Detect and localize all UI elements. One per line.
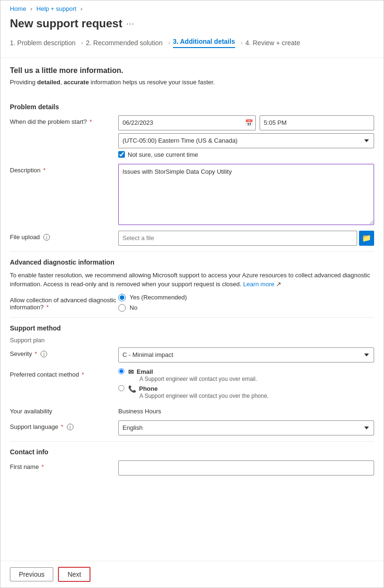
required-star-lang: *	[61, 423, 63, 430]
not-sure-label: Not sure, use current time	[128, 151, 198, 158]
support-method-heading: Support method	[10, 324, 374, 332]
radio-yes-row: Yes (Recommended)	[118, 294, 374, 301]
radio-no-label: No	[130, 304, 138, 311]
file-upload-row: File upload i 📁	[10, 231, 374, 246]
availability-row: Your availability Business Hours	[10, 405, 374, 415]
severity-group: C - Minimal impact	[118, 347, 374, 362]
contact-method-radio-group: ✉ Email A Support engineer will contact …	[118, 368, 374, 399]
date-field: 📅	[118, 115, 256, 130]
contact-phone-row: 📞 Phone A Support engineer will contact …	[118, 385, 374, 399]
severity-select[interactable]: C - Minimal impact	[118, 347, 374, 362]
folder-icon: 📁	[362, 234, 371, 242]
allow-collection-row: Allow collection of advanced diagnostic …	[10, 294, 374, 312]
first-name-row: First name *	[10, 460, 374, 475]
timezone-select[interactable]: (UTC-05:00) Eastern Time (US & Canada)	[118, 133, 374, 148]
phone-description: A Support engineer will contact you over…	[139, 393, 269, 399]
phone-label: Phone	[139, 385, 158, 392]
date-time-group: 📅 (UTC-05:00) Eastern Time (US & Canada)…	[118, 115, 374, 158]
radio-no[interactable]	[118, 304, 126, 312]
intro-paragraph: Providing detailed, accurate information…	[10, 78, 374, 87]
tab-review-create[interactable]: 4. Review + create	[245, 39, 300, 47]
contact-method-group: ✉ Email A Support engineer will contact …	[118, 368, 374, 399]
problem-details-heading: Problem details	[10, 103, 374, 111]
time-input[interactable]	[260, 115, 374, 130]
support-language-label: Support language * i	[10, 420, 118, 431]
breadcrumb-help[interactable]: Help + support	[36, 5, 76, 12]
contact-method-label: Preferred contact method *	[10, 368, 118, 378]
description-group: Issues with StorSimple Data Copy Utility	[118, 164, 374, 225]
contact-method-row: Preferred contact method * ✉ Email A Sup…	[10, 368, 374, 399]
radio-no-row: No	[118, 304, 374, 312]
required-star-sev: *	[35, 350, 37, 357]
tab-recommended-solution[interactable]: 2. Recommended solution	[86, 39, 163, 47]
divider-2	[10, 317, 374, 318]
severity-info-icon[interactable]: i	[41, 351, 47, 357]
bold-accurate: accurate	[64, 79, 89, 86]
next-button[interactable]: Next	[58, 567, 90, 582]
support-language-group: English	[118, 420, 374, 435]
divider-1	[10, 251, 374, 252]
phone-label-row: 📞 Phone	[128, 385, 269, 393]
support-plan-row: Support plan	[10, 337, 374, 344]
learn-more-link[interactable]: Learn more	[243, 281, 274, 288]
radio-phone[interactable]	[118, 385, 124, 391]
external-link-icon: ↗	[276, 281, 281, 288]
email-icon: ✉	[128, 368, 134, 376]
radio-email[interactable]	[118, 368, 124, 374]
bottom-navigation: Previous Next	[0, 561, 384, 588]
wizard-steps: 1. Problem description › 2. Recommended …	[0, 38, 384, 58]
date-time-row: 📅	[118, 115, 374, 130]
required-star-contact: *	[82, 371, 84, 378]
breadcrumb-sep1: ›	[30, 5, 34, 12]
not-sure-row: Not sure, use current time	[118, 151, 374, 158]
allow-collection-label: Allow collection of advanced diagnostic …	[10, 294, 118, 311]
form-area: Problem details When did the problem sta…	[0, 92, 384, 514]
file-upload-info-icon[interactable]: i	[43, 234, 50, 241]
file-upload-input-row: 📁	[118, 231, 374, 246]
bold-detailed: detailed	[37, 79, 60, 86]
step-sep-2: ›	[168, 40, 170, 46]
timezone-wrapper: (UTC-05:00) Eastern Time (US & Canada)	[118, 133, 374, 148]
email-option: ✉ Email A Support engineer will contact …	[128, 368, 257, 382]
tab-additional-details[interactable]: 3. Additional details	[173, 38, 235, 48]
support-plan-label: Support plan	[10, 337, 45, 344]
required-star-first: *	[41, 463, 44, 470]
page-title-row: New support request ···	[0, 15, 384, 38]
description-textarea[interactable]: Issues with StorSimple Data Copy Utility	[118, 164, 374, 225]
file-upload-button[interactable]: 📁	[359, 231, 374, 246]
language-info-icon[interactable]: i	[67, 424, 74, 430]
contact-email-row: ✉ Email A Support engineer will contact …	[118, 368, 374, 382]
not-sure-checkbox[interactable]	[118, 151, 125, 158]
radio-yes[interactable]	[118, 294, 126, 301]
time-field	[260, 115, 374, 130]
availability-label: Your availability	[10, 405, 118, 415]
required-star: *	[90, 118, 92, 125]
file-upload-group: 📁	[118, 231, 374, 246]
advanced-diagnostic-info: To enable faster resolution, we recommen…	[10, 271, 374, 289]
step-sep-3: ›	[241, 40, 243, 46]
advanced-diagnostic-heading: Advanced diagnostic information	[10, 258, 374, 266]
allow-collection-radio-group: Yes (Recommended) No	[118, 294, 374, 312]
bottom-spacer	[10, 481, 374, 509]
page-title: New support request	[10, 17, 123, 30]
support-language-row: Support language * i English	[10, 420, 374, 435]
first-name-label: First name *	[10, 460, 118, 470]
file-upload-label: File upload i	[10, 231, 118, 241]
first-name-input[interactable]	[118, 460, 374, 475]
email-description: A Support engineer will contact you over…	[139, 376, 257, 382]
intro-heading: Tell us a little more information.	[10, 66, 374, 75]
previous-button[interactable]: Previous	[10, 567, 53, 581]
phone-option: 📞 Phone A Support engineer will contact …	[128, 385, 269, 399]
when-problem-label: When did the problem start? *	[10, 115, 118, 125]
more-options-icon[interactable]: ···	[126, 19, 135, 29]
email-label-row: ✉ Email	[128, 368, 257, 376]
severity-label: Severity * i	[10, 347, 118, 358]
breadcrumb-sep2: ›	[81, 5, 82, 12]
breadcrumb-home[interactable]: Home	[10, 5, 26, 12]
file-upload-input[interactable]	[118, 231, 357, 246]
support-language-select[interactable]: English	[118, 420, 374, 435]
section-intro: Tell us a little more information. Provi…	[0, 58, 384, 92]
tab-problem-description[interactable]: 1. Problem description	[10, 39, 75, 47]
date-input[interactable]	[118, 115, 256, 130]
email-label: Email	[137, 368, 153, 375]
